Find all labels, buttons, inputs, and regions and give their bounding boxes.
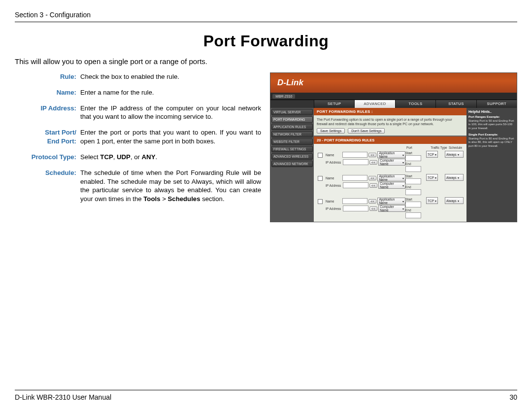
def-label-port-1: Start Port/ (45, 129, 76, 136)
comp-select[interactable]: Computer Name (378, 205, 405, 212)
name-label: Name (326, 176, 342, 180)
th-type: Traffic Type (429, 146, 449, 149)
brand-bar: D-Link (270, 73, 517, 93)
side-adv-wireless[interactable]: ADVANCED WIRELESS (271, 153, 313, 160)
name-input[interactable] (342, 198, 367, 204)
main-panel: PORT FORWARDING RULES : The Port Forward… (314, 108, 466, 222)
def-text-port: Enter the port or ports that you want to… (80, 128, 261, 146)
ip-input[interactable] (343, 182, 368, 188)
side-website-filter[interactable]: WEBSITE FILTER (271, 138, 313, 145)
type-select[interactable]: TCP (426, 151, 438, 158)
end-label: End (405, 185, 426, 189)
nav-tools[interactable]: TOOLS (395, 100, 435, 108)
def-text-rule: Check the box to enabled the rule. (80, 72, 261, 81)
help-block-1: Port Ranges Example: Starting Port is 50… (468, 115, 515, 130)
def-text-sched: The schedule of time when the Port Forwa… (80, 169, 261, 204)
nav-advanced[interactable]: ADVANCED (354, 100, 395, 108)
t: . (155, 153, 157, 161)
t: Schedules (168, 195, 200, 203)
name-input[interactable] (342, 152, 367, 158)
t: , or (131, 153, 142, 161)
def-label-rule: Rule: (15, 72, 80, 81)
page-footer: D-Link WBR-2310 User Manual 30 (15, 390, 517, 401)
type-select[interactable]: TCP (426, 197, 438, 204)
def-label-proto: Protocol Type: (15, 153, 80, 162)
page-title: Port Forwarding (15, 32, 517, 50)
side-application-rules[interactable]: APPLICATION RULES (271, 124, 313, 130)
nav-status[interactable]: STATUS (435, 100, 476, 108)
name-label: Name (326, 153, 342, 157)
copy-comp-button[interactable]: << (369, 206, 377, 211)
app-select[interactable]: Application Name (377, 198, 405, 205)
nav-setup[interactable]: SETUP (314, 100, 354, 108)
start-port-input[interactable] (405, 155, 421, 161)
t: ANY (142, 153, 156, 161)
ip-input[interactable] (343, 159, 368, 165)
side-port-forwarding[interactable]: PORT FORWARDING (271, 116, 313, 123)
sched-select[interactable]: Always (445, 174, 464, 181)
rule-row: Name << Application Name IP Address << (315, 197, 466, 220)
th-port: Port (406, 146, 429, 149)
top-nav: SETUP ADVANCED TOOLS STATUS SUPPORT (270, 100, 517, 108)
start-port-input[interactable] (405, 178, 421, 184)
brand-logo: D-Link (277, 78, 303, 88)
help-column: Helpful Hints.. Port Ranges Example: Sta… (466, 108, 517, 222)
side-adv-network[interactable]: ADVANCED NETWORK (271, 161, 313, 167)
def-text-name: Enter a name for the rule. (80, 88, 261, 97)
footer-page-number: 30 (509, 393, 517, 401)
comp-select[interactable]: Computer Name (378, 182, 405, 189)
sched-select[interactable]: Always (445, 151, 464, 158)
copy-comp-button[interactable]: << (369, 160, 377, 165)
t: Single Port Example: (468, 133, 498, 136)
rule-checkbox[interactable] (318, 153, 323, 158)
rule-checkbox[interactable] (318, 176, 323, 181)
def-label-port: Start Port/ End Port: (15, 128, 80, 146)
start-label: Start (405, 174, 426, 178)
model-label: WBR-2310 (272, 94, 295, 99)
name-input[interactable] (342, 175, 367, 181)
rules-title: 20 - PORT FORWARDING RULES (314, 137, 466, 144)
start-label: Start (405, 198, 426, 201)
ip-label: IP Address (326, 207, 343, 210)
t: section. (200, 195, 224, 203)
side-virtual-server[interactable]: VIRTUAL SERVER (271, 109, 313, 115)
t: UDP (117, 153, 131, 161)
side-firewall[interactable]: FIREWALL SETTINGS (271, 146, 313, 152)
def-text-ip: Enter the IP address of the computer on … (80, 104, 261, 122)
def-label-sched: Schedule: (15, 169, 80, 204)
copy-app-button[interactable]: << (368, 176, 376, 180)
type-select[interactable]: TCP (426, 174, 438, 181)
def-label-port-2: End Port: (47, 137, 76, 145)
side-network-filter[interactable]: NETWORK FILTER (271, 131, 313, 137)
end-port-input[interactable] (405, 166, 421, 172)
rule-checkbox[interactable] (318, 199, 323, 204)
dont-save-button[interactable]: Don't Save Settings (348, 128, 385, 134)
copy-comp-button[interactable]: << (369, 183, 377, 188)
panel-description: The Port Forwarding option is used to op… (317, 117, 464, 126)
table-header: Port Traffic Type Schedule (315, 145, 466, 150)
rule-row: Name << Application Name IP Address << (315, 150, 466, 173)
copy-app-button[interactable]: << (368, 153, 376, 157)
start-port-input[interactable] (405, 202, 421, 207)
def-text-proto: Select TCP, UDP, or ANY. (80, 153, 261, 162)
t: Tools (143, 195, 160, 203)
app-select[interactable]: Application Name (377, 151, 405, 158)
sched-select[interactable]: Always (445, 197, 464, 204)
save-button[interactable]: Save Settings (317, 128, 345, 134)
comp-select[interactable]: Computer Name (378, 159, 405, 166)
start-label: Start (405, 151, 426, 155)
app-select[interactable]: Application Name (377, 174, 405, 181)
end-port-input[interactable] (405, 212, 421, 218)
t: Starting Port is 50 and Ending Port is 1… (468, 119, 514, 130)
ip-input[interactable] (343, 206, 368, 211)
help-title: Helpful Hints.. (468, 110, 515, 113)
definitions-column: Rule: Check the box to enabled the rule.… (15, 72, 261, 222)
th-sched: Schedule (449, 146, 464, 149)
t: , (113, 153, 117, 161)
copy-app-button[interactable]: << (368, 199, 376, 204)
sidebar: VIRTUAL SERVER PORT FORWARDING APPLICATI… (270, 108, 314, 222)
help-block-2: Single Port Example: Starting Port is 80… (468, 133, 515, 148)
nav-support[interactable]: SUPPORT (476, 100, 517, 108)
t: Starting Port is 80 and Ending Port is a… (468, 137, 514, 147)
end-port-input[interactable] (405, 189, 421, 195)
